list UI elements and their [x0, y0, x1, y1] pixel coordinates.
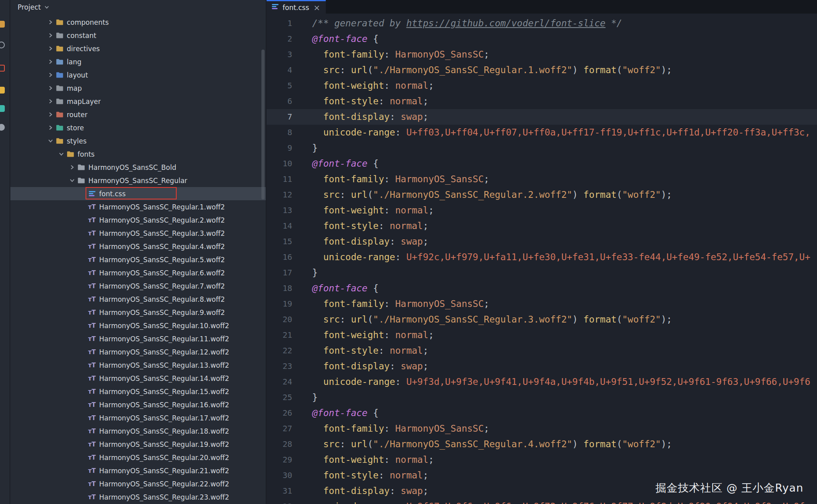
code-line[interactable]: 27 font-family: HarmonyOS_SansSC; [267, 421, 817, 436]
code-line[interactable]: 29 font-weight: normal; [267, 452, 817, 468]
code-area[interactable]: 1/** generated by https://github.com/vod… [267, 16, 817, 504]
code-line[interactable]: 17} [267, 265, 817, 281]
code-line-current[interactable]: 7 font-display: swap; [267, 109, 817, 125]
chevron-down-icon[interactable] [44, 3, 49, 11]
code-line[interactable]: 16 unicode-range: U+f92c,U+f979,U+fa11,U… [267, 249, 817, 265]
tool-stripe-icon[interactable] [0, 21, 5, 28]
tree-item[interactable]: ᴛTHarmonyOS_SansSC_Regular.16.woff2 [10, 398, 266, 411]
tree-item-label: HarmonyOS_SansSC_Regular.11.woff2 [99, 335, 229, 343]
code-line[interactable]: 25} [267, 390, 817, 405]
editor[interactable]: font.css × 1/** generated by https://git… [267, 0, 817, 504]
tree-item[interactable]: ᴛTHarmonyOS_SansSC_Regular.8.woff2 [10, 293, 266, 306]
tree-item[interactable]: ᴛTHarmonyOS_SansSC_Regular.10.woff2 [10, 319, 266, 332]
code-line[interactable]: 1/** generated by https://github.com/vod… [267, 16, 817, 31]
chevron-right-icon[interactable] [46, 20, 55, 25]
tree-item[interactable]: router [10, 108, 266, 121]
code-line[interactable]: 24 unicode-range: U+9f3d,U+9f3e,U+9f41,U… [267, 374, 817, 390]
tree-item[interactable]: ᴛTHarmonyOS_SansSC_Regular.20.woff2 [10, 451, 266, 464]
code-line[interactable]: 23 font-display: swap; [267, 359, 817, 374]
tree-item[interactable]: ᴛTHarmonyOS_SansSC_Regular.12.woff2 [10, 345, 266, 359]
code-line[interactable]: 22 font-style: normal; [267, 343, 817, 359]
code-line[interactable]: 10@font-face { [267, 156, 817, 171]
tool-stripe-icon[interactable] [0, 124, 5, 131]
code-token: HarmonyOS_SansSC [395, 174, 484, 184]
tree-item[interactable]: ᴛTHarmonyOS_SansSC_Regular.11.woff2 [10, 332, 266, 345]
chevron-right-icon[interactable] [46, 125, 55, 130]
tree-item[interactable]: HarmonyOS_SansSC_Bold [10, 161, 266, 174]
tree-item[interactable]: ᴛTHarmonyOS_SansSC_Regular.13.woff2 [10, 359, 266, 372]
code-line[interactable]: 26@font-face { [267, 405, 817, 421]
code-line[interactable]: 21 font-weight: normal; [267, 327, 817, 343]
tree-item[interactable]: mapLayer [10, 95, 266, 108]
chevron-down-icon[interactable] [56, 151, 66, 157]
code-line[interactable]: 4 src: url("./HarmonyOS_SansSC_Regular.1… [267, 62, 817, 78]
chevron-right-icon[interactable] [46, 72, 55, 78]
code-line[interactable]: 12 src: url("./HarmonyOS_SansSC_Regular.… [267, 187, 817, 203]
tab-close-icon[interactable]: × [313, 4, 320, 12]
chevron-right-icon[interactable] [46, 59, 55, 64]
tree-item[interactable]: layout [10, 68, 266, 82]
code-line[interactable]: 20 src: url("./HarmonyOS_SansSC_Regular.… [267, 312, 817, 327]
tree-item[interactable]: ᴛTHarmonyOS_SansSC_Regular.15.woff2 [10, 385, 266, 398]
tree-item[interactable]: fonts [10, 147, 266, 161]
tool-stripe-icon[interactable] [0, 65, 5, 72]
code-text: unicode-range: U+9f67,U+9f6a,U+9f6c,U+9f… [302, 499, 810, 504]
code-line[interactable]: 5 font-weight: normal; [267, 78, 817, 94]
code-line[interactable]: 11 font-family: HarmonyOS_SansSC; [267, 171, 817, 187]
tool-stripe-icon[interactable] [0, 42, 5, 48]
tree-item[interactable]: ᴛTHarmonyOS_SansSC_Regular.7.woff2 [10, 279, 266, 293]
tree-item[interactable]: ᴛTHarmonyOS_SansSC_Regular.18.woff2 [10, 424, 266, 438]
tree-item[interactable]: ᴛTHarmonyOS_SansSC_Regular.17.woff2 [10, 411, 266, 424]
tree-item[interactable]: ᴛTHarmonyOS_SansSC_Regular.21.woff2 [10, 464, 266, 477]
tool-stripe-icon[interactable] [0, 105, 5, 112]
chevron-down-icon[interactable] [67, 178, 77, 183]
tree-item[interactable]: ᴛTHarmonyOS_SansSC_Regular.22.woff2 [10, 477, 266, 490]
project-panel-header[interactable]: Project [10, 0, 266, 14]
tree-item[interactable]: styles [10, 134, 266, 147]
tree-item[interactable]: ᴛTHarmonyOS_SansSC_Regular.23.woff2 [10, 490, 266, 504]
tree-item[interactable]: font.css [10, 187, 266, 200]
code-token: ; [423, 221, 428, 231]
editor-tab-font-css[interactable]: font.css × [267, 0, 326, 14]
tree-item[interactable]: map [10, 82, 266, 95]
tree-item[interactable]: lang [10, 55, 266, 68]
code-line[interactable]: 3 font-family: HarmonyOS_SansSC; [267, 47, 817, 62]
tree-item[interactable]: ᴛTHarmonyOS_SansSC_Regular.9.woff2 [10, 306, 266, 319]
tree-item[interactable]: ᴛTHarmonyOS_SansSC_Regular.3.woff2 [10, 227, 266, 240]
code-line[interactable]: 6 font-style: normal; [267, 94, 817, 109]
code-line[interactable]: 18@font-face { [267, 281, 817, 296]
code-line[interactable]: 13 font-weight: normal; [267, 203, 817, 218]
tree-item[interactable]: store [10, 121, 266, 134]
tree-item[interactable]: ᴛTHarmonyOS_SansSC_Regular.1.woff2 [10, 200, 266, 213]
tree-item[interactable]: ᴛTHarmonyOS_SansSC_Regular.14.woff2 [10, 372, 266, 385]
chevron-right-icon[interactable] [46, 33, 55, 38]
code-line[interactable]: 15 font-display: swap; [267, 234, 817, 249]
tree-item[interactable]: ᴛTHarmonyOS_SansSC_Regular.4.woff2 [10, 240, 266, 253]
code-line[interactable]: 19 font-family: HarmonyOS_SansSC; [267, 296, 817, 312]
code-line[interactable]: 14 font-style: normal; [267, 218, 817, 234]
chevron-right-icon[interactable] [46, 86, 55, 91]
tool-stripe-icon[interactable] [0, 87, 5, 94]
code-line[interactable]: 8 unicode-range: U+ff03,U+ff04,U+ff07,U+… [267, 125, 817, 140]
chevron-right-icon[interactable] [46, 99, 55, 104]
project-tree-scrollbar[interactable] [261, 50, 265, 199]
code-line[interactable]: 9} [267, 140, 817, 156]
chevron-right-icon[interactable] [46, 46, 55, 51]
chevron-right-icon[interactable] [67, 165, 77, 170]
code-line[interactable]: 28 src: url("./HarmonyOS_SansSC_Regular.… [267, 436, 817, 452]
tree-item[interactable]: HarmonyOS_SansSC_Regular [10, 174, 266, 187]
code-token: "./HarmonyOS_SansSC_Regular.2.woff2" [373, 189, 572, 200]
chevron-down-icon[interactable] [46, 138, 55, 143]
tree-item[interactable]: components [10, 16, 266, 29]
tree-item[interactable]: ᴛTHarmonyOS_SansSC_Regular.2.woff2 [10, 213, 266, 227]
code-line[interactable]: 32 unicode-range: U+9f67,U+9f6a,U+9f6c,U… [267, 499, 817, 504]
tree-item[interactable]: constant [10, 29, 266, 42]
tree-item[interactable]: ᴛTHarmonyOS_SansSC_Regular.6.woff2 [10, 266, 266, 279]
tree-item[interactable]: ᴛTHarmonyOS_SansSC_Regular.5.woff2 [10, 253, 266, 266]
code-token: ); [661, 189, 672, 200]
tree-item[interactable]: ᴛTHarmonyOS_SansSC_Regular.19.woff2 [10, 438, 266, 451]
code-token: : [395, 127, 407, 137]
code-line[interactable]: 2@font-face { [267, 31, 817, 47]
chevron-right-icon[interactable] [46, 112, 55, 117]
tree-item[interactable]: directives [10, 42, 266, 55]
